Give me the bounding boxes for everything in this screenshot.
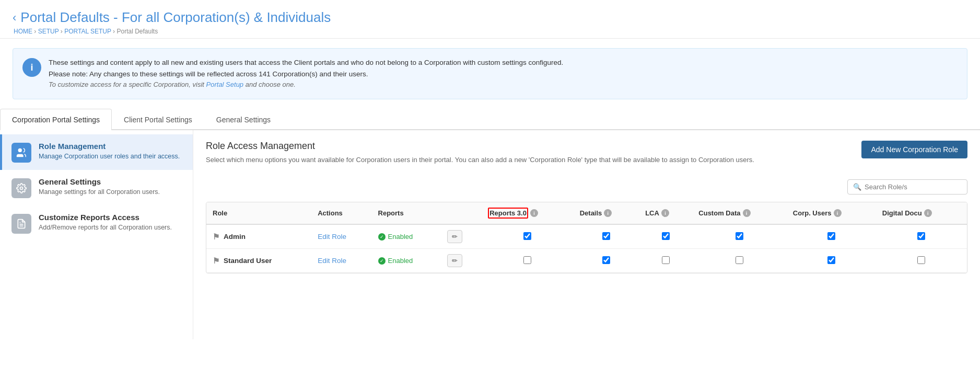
toolbar-row: 🔍	[206, 179, 967, 194]
standard-actions-cell: Edit Role	[311, 249, 371, 273]
corp-users-info-icon[interactable]: i	[834, 209, 842, 217]
digital-docu-info-icon[interactable]: i	[924, 209, 932, 217]
breadcrumb-portal-setup[interactable]: PORTAL SETUP	[64, 28, 111, 35]
col-actions: Actions	[311, 202, 371, 224]
standard-edit-role-link[interactable]: Edit Role	[318, 257, 346, 265]
col-custom-data: Custom Data i	[692, 202, 787, 224]
general-settings-icon	[11, 178, 31, 198]
standard-role-icon: ⚑	[213, 256, 219, 266]
role-management-title: Role Management	[39, 142, 180, 151]
col-role: Role	[206, 202, 311, 224]
admin-reports-edit-button[interactable]: ✏	[447, 230, 462, 243]
general-settings-title: General Settings	[39, 177, 160, 186]
standard-details-cell	[574, 249, 639, 273]
admin-custom-data-checkbox[interactable]	[736, 232, 743, 240]
table-header-row: Role Actions Reports Reports 3.0 i	[206, 202, 967, 224]
admin-details-checkbox[interactable]	[602, 232, 610, 240]
reports3-label: Reports 3.0	[488, 208, 528, 219]
admin-lca-cell	[639, 224, 692, 249]
details-label: Details	[580, 209, 602, 217]
title-row: ‹ Portal Defaults - For all Corporation(…	[13, 9, 967, 26]
admin-details-cell	[574, 224, 639, 249]
tabs-bar: Corporation Portal Settings Client Porta…	[0, 109, 980, 130]
add-new-corporation-role-button[interactable]: Add New Corporation Role	[861, 141, 967, 158]
standard-reports-cell: ✓ Enabled	[372, 249, 441, 273]
admin-corp-users-checkbox[interactable]	[827, 232, 835, 240]
admin-actions-cell: Edit Role	[311, 224, 371, 249]
col-digital-docu: Digital Docu i	[876, 202, 967, 224]
admin-reports3-cell	[482, 224, 574, 249]
main-content: Role Access Management Select which menu…	[193, 130, 980, 339]
admin-edit-role-link[interactable]: Edit Role	[318, 233, 346, 241]
search-icon: 🔍	[853, 183, 861, 191]
admin-custom-data-cell	[692, 224, 787, 249]
col-reports: Reports	[372, 202, 441, 224]
standard-corp-users-cell	[787, 249, 876, 273]
table-row: ⚑ Admin Edit Role ✓ Enabled	[206, 224, 967, 249]
digital-docu-label: Digital Docu	[882, 209, 922, 217]
role-management-icon	[11, 143, 31, 163]
col-reports-edit	[441, 202, 482, 224]
customize-reports-title: Customize Reports Access	[39, 213, 172, 222]
standard-lca-cell	[639, 249, 692, 273]
sidebar-item-general-settings[interactable]: General Settings Manage settings for all…	[0, 170, 193, 205]
info-text: These settings and content apply to all …	[49, 57, 563, 90]
sidebar-item-customize-reports[interactable]: Customize Reports Access Add/Remove repo…	[0, 205, 193, 241]
standard-corp-users-checkbox[interactable]	[827, 256, 835, 264]
section-header: Role Access Management Select which menu…	[206, 141, 754, 174]
admin-reports-edit-cell: ✏	[441, 224, 482, 249]
search-input[interactable]	[865, 183, 962, 191]
lca-info-icon[interactable]: i	[661, 209, 669, 217]
info-icon: i	[22, 58, 41, 77]
back-icon[interactable]: ‹	[13, 11, 16, 25]
info-line1: These settings and content apply to all …	[49, 57, 563, 68]
tab-corporation-portal-settings[interactable]: Corporation Portal Settings	[0, 109, 112, 130]
reports3-info-icon[interactable]: i	[530, 209, 538, 217]
standard-lca-checkbox[interactable]	[662, 256, 670, 264]
roles-table: Role Actions Reports Reports 3.0 i	[206, 202, 967, 273]
portal-setup-link[interactable]: Portal Setup	[206, 81, 244, 88]
admin-corp-users-cell	[787, 224, 876, 249]
tab-general-settings[interactable]: General Settings	[204, 109, 283, 130]
standard-role-name: Standard User	[224, 257, 272, 265]
standard-custom-data-checkbox[interactable]	[736, 256, 743, 264]
search-box: 🔍	[847, 179, 967, 194]
admin-reports3-checkbox[interactable]	[523, 232, 531, 240]
standard-digital-docu-cell	[876, 249, 967, 273]
admin-enabled-dot: ✓	[378, 233, 386, 241]
section-title: Role Access Management	[206, 141, 754, 152]
tab-client-portal-settings[interactable]: Client Portal Settings	[112, 109, 204, 130]
admin-reports-status: Enabled	[388, 233, 413, 241]
customize-reports-icon	[11, 214, 31, 234]
customize-reports-text: Customize Reports Access Add/Remove repo…	[39, 213, 172, 233]
page-title: Portal Defaults - For all Corporation(s)…	[20, 9, 331, 26]
info-banner: i These settings and content apply to al…	[13, 48, 967, 99]
breadcrumb-setup[interactable]: SETUP	[38, 28, 59, 35]
table-row: ⚑ Standard User Edit Role ✓ Enabled	[206, 249, 967, 273]
details-info-icon[interactable]: i	[604, 209, 612, 217]
standard-enabled-dot: ✓	[378, 257, 386, 265]
standard-reports-status: Enabled	[388, 257, 413, 265]
standard-reports3-cell	[482, 249, 574, 273]
breadcrumb-home[interactable]: HOME	[14, 28, 32, 35]
breadcrumb-current: Portal Defaults	[116, 28, 158, 35]
custom-data-label: Custom Data	[698, 209, 740, 217]
admin-digital-docu-checkbox[interactable]	[917, 232, 925, 240]
standard-digital-docu-checkbox[interactable]	[917, 256, 925, 264]
col-corp-users: Corp. Users i	[787, 202, 876, 224]
svg-point-0	[18, 148, 22, 152]
col-reports3: Reports 3.0 i	[482, 202, 574, 224]
breadcrumb: HOME › SETUP › PORTAL SETUP › Portal Def…	[13, 28, 967, 35]
col-lca: LCA i	[639, 202, 692, 224]
standard-reports-edit-button[interactable]: ✏	[447, 254, 462, 267]
standard-details-checkbox[interactable]	[602, 256, 610, 264]
standard-reports-edit-cell: ✏	[441, 249, 482, 273]
admin-role-name: Admin	[224, 233, 246, 241]
admin-lca-checkbox[interactable]	[662, 232, 670, 240]
custom-data-info-icon[interactable]: i	[743, 209, 751, 217]
standard-reports3-checkbox[interactable]	[523, 256, 531, 264]
sidebar: Role Management Manage Corporation user …	[0, 130, 193, 339]
standard-custom-data-cell	[692, 249, 787, 273]
admin-digital-docu-cell	[876, 224, 967, 249]
sidebar-item-role-management[interactable]: Role Management Manage Corporation user …	[0, 134, 193, 170]
